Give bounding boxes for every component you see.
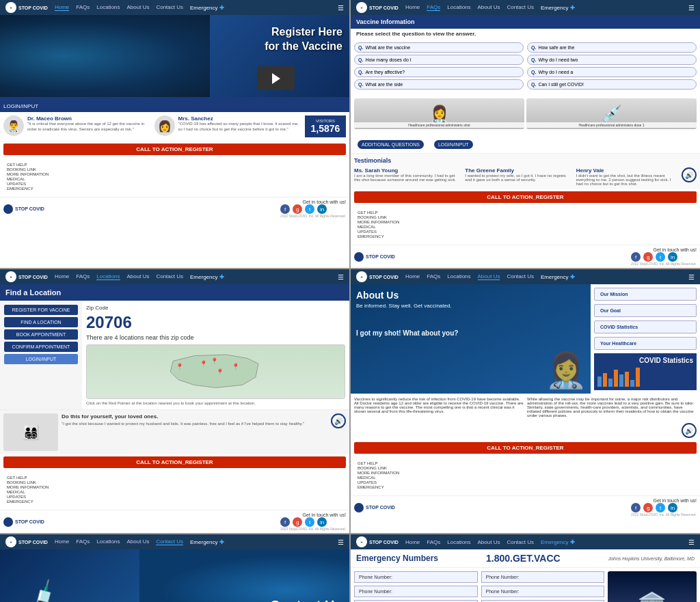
cta-register-2[interactable]: CALL TO ACTION_REGISTER bbox=[354, 191, 697, 203]
nav-about-link5[interactable]: About Us bbox=[127, 538, 150, 545]
hamburger-icon2[interactable]: ☰ bbox=[688, 4, 695, 12]
video-player[interactable] bbox=[257, 66, 295, 90]
fb-icon-3[interactable]: f bbox=[280, 517, 290, 527]
hamburger-icon5[interactable]: ☰ bbox=[338, 538, 344, 546]
nav-faqs-link4[interactable]: FAQs bbox=[427, 273, 440, 280]
hamburger-icon4[interactable]: ☰ bbox=[688, 273, 695, 281]
nav-faqs-link3[interactable]: FAQs bbox=[76, 273, 90, 280]
twitter-icon[interactable]: t bbox=[305, 204, 314, 214]
person-2: 👩 Mrs. Sanchez "COVID-19 has affected so… bbox=[154, 115, 302, 137]
nav-locations-link4[interactable]: Locations bbox=[447, 273, 470, 280]
nav-home-link3[interactable]: Home bbox=[55, 273, 69, 280]
nav-faqs-link5[interactable]: FAQs bbox=[76, 538, 90, 545]
nav-faqs-link[interactable]: FAQs bbox=[76, 4, 90, 11]
nav-home-link2[interactable]: Home bbox=[405, 4, 420, 11]
nav-about-link4[interactable]: About Us bbox=[478, 273, 500, 280]
sound-btn-3[interactable]: 🔊 bbox=[331, 413, 346, 428]
nav-about-link2[interactable]: About Us bbox=[478, 4, 500, 11]
footer-links-2: GET HELPBOOKING LINKMORE INFORMATION MED… bbox=[354, 207, 403, 243]
nav-locations-link3[interactable]: Locations bbox=[96, 273, 120, 280]
cta-register-3[interactable]: CALL TO ACTION_REGISTER bbox=[3, 456, 346, 468]
faq-q5[interactable]: Q. How safe are the bbox=[527, 42, 697, 53]
nav-about-link3[interactable]: About Us bbox=[127, 273, 150, 280]
cta-register-4[interactable]: CALL TO ACTION_REGISTER bbox=[354, 442, 697, 454]
faq-q7[interactable]: Q. Why do I need a bbox=[527, 67, 697, 77]
nav-about-link[interactable]: About Us bbox=[127, 4, 150, 11]
nav-contact-link6[interactable]: Contact Us bbox=[507, 539, 534, 545]
nav-locations-link6[interactable]: Locations bbox=[447, 539, 470, 545]
nav-home-link5[interactable]: Home bbox=[55, 538, 69, 545]
healthcare-btn[interactable]: Your Healthcare bbox=[594, 337, 697, 350]
logo[interactable]: + STOP COVID bbox=[356, 2, 399, 13]
nav-contact-link3[interactable]: Contact Us bbox=[156, 273, 183, 280]
gp-icon-3[interactable]: g bbox=[293, 517, 302, 527]
tw-icon-2[interactable]: t bbox=[656, 252, 665, 262]
phone-1: Phone Number: bbox=[354, 571, 478, 583]
nav-contact-link2[interactable]: Contact Us bbox=[507, 4, 534, 11]
logo[interactable]: + STOP COVID bbox=[5, 2, 48, 13]
book-appointment-btn[interactable]: BOOK APPOINTMENT bbox=[4, 329, 78, 340]
cta-register[interactable]: CALL TO ACTION_REGISTER bbox=[3, 143, 346, 155]
goal-btn[interactable]: Our Goal bbox=[594, 304, 697, 317]
mini-chart bbox=[597, 366, 693, 387]
nav-emergency-link3[interactable]: Emergency ✚ bbox=[190, 273, 224, 280]
tw-icon-4[interactable]: t bbox=[656, 503, 665, 512]
nav-locations-link2[interactable]: Locations bbox=[447, 4, 470, 11]
additional-questions-btn[interactable]: ADDITIONAL QUESTIONS bbox=[358, 140, 424, 149]
li-icon-3[interactable]: in bbox=[317, 517, 327, 527]
do-this-section: 👨‍👩‍👧‍👦 Do this for yourself, your loved… bbox=[0, 409, 349, 454]
tw-icon-3[interactable]: t bbox=[305, 517, 314, 527]
locations-content: REGISTER FOR VACCINE FIND A LOCATION BOO… bbox=[0, 301, 349, 409]
linkedin-icon[interactable]: in bbox=[317, 204, 327, 214]
faq-q3[interactable]: Q. Are they affective? bbox=[354, 67, 524, 77]
hamburger-icon[interactable]: ☰ bbox=[338, 4, 344, 12]
map[interactable]: 📍 📍 📍 📍 📍 bbox=[86, 344, 345, 399]
hamburger-icon3[interactable]: ☰ bbox=[338, 273, 344, 281]
nav-emergency-link4[interactable]: Emergency ✚ bbox=[541, 273, 575, 280]
nav-about-link6[interactable]: About Us bbox=[478, 539, 500, 545]
mission-btn[interactable]: Our Mission bbox=[594, 288, 697, 301]
hero-section: Register Here for the Vaccine bbox=[0, 15, 349, 97]
find-location-btn[interactable]: FIND A LOCATION bbox=[4, 317, 78, 327]
faq-q4[interactable]: Q. What are the side bbox=[354, 79, 524, 90]
phone-6: Phone Number: bbox=[481, 586, 605, 597]
nav-home-link[interactable]: Home bbox=[55, 4, 69, 11]
gp-icon-2[interactable]: g bbox=[643, 252, 653, 262]
faq-q8[interactable]: Q. Can I still get COVID! bbox=[527, 79, 697, 90]
doctor-icon: 👩‍⚕️ bbox=[545, 351, 587, 390]
phone-5: Phone Number: bbox=[481, 571, 605, 583]
nav-faqs-link2[interactable]: FAQs bbox=[427, 4, 440, 11]
confirm-appointment-btn[interactable]: CONFIRM APPOINTMENT bbox=[4, 342, 78, 352]
li-icon-2[interactable]: in bbox=[668, 252, 677, 262]
nav-contact-link[interactable]: Contact Us bbox=[156, 4, 183, 11]
gp-icon-4[interactable]: g bbox=[643, 503, 653, 512]
stats-btn[interactable]: COVID Statistics bbox=[594, 320, 697, 333]
nav-emergency-link5[interactable]: Emergency ✚ bbox=[190, 538, 224, 545]
hamburger-icon6[interactable]: ☰ bbox=[688, 538, 695, 546]
nav-contact-link5[interactable]: Contact Us bbox=[156, 538, 183, 545]
faq-q1[interactable]: Q. What are the vaccine bbox=[354, 42, 524, 53]
nav-faqs-link6[interactable]: FAQs bbox=[427, 539, 440, 545]
nav-emergency-link[interactable]: Emergency ✚ bbox=[190, 4, 224, 11]
nav-home-link4[interactable]: Home bbox=[405, 273, 420, 280]
nav-emergency-link2[interactable]: Emergency ✚ bbox=[541, 4, 575, 11]
nav-contact-link4[interactable]: Contact Us bbox=[507, 273, 534, 280]
sound-btn-4[interactable]: 🔊 bbox=[682, 423, 697, 438]
login-bar[interactable]: LOGIN/INPUT bbox=[0, 97, 349, 112]
facebook-icon[interactable]: f bbox=[280, 204, 290, 214]
li-icon-4[interactable]: in bbox=[668, 503, 677, 512]
nav-locations-link[interactable]: Locations bbox=[96, 4, 120, 11]
sound-btn[interactable]: 🔊 bbox=[682, 167, 697, 182]
faq-q2[interactable]: Q. How many doses do I bbox=[354, 55, 524, 65]
nav-locations-link5[interactable]: Locations bbox=[96, 538, 120, 545]
fb-icon-2[interactable]: f bbox=[631, 252, 641, 262]
nav-emergency-link6[interactable]: Emergency ✚ bbox=[541, 539, 575, 545]
googleplus-icon[interactable]: g bbox=[293, 204, 302, 214]
fb-icon-4[interactable]: f bbox=[631, 503, 641, 512]
nav-home-link6[interactable]: Home bbox=[405, 539, 420, 545]
register-vaccine-btn[interactable]: REGISTER FOR VACCINE bbox=[4, 305, 78, 315]
faq-q6[interactable]: Q. Why do I need two bbox=[527, 55, 697, 65]
login-btn-2[interactable]: LOGIN/INPUT bbox=[434, 140, 473, 149]
locations-map-area: Zip Code 20706 There are 4 locations nea… bbox=[82, 301, 349, 409]
login-btn-3[interactable]: LOGIN/INPUT bbox=[4, 354, 78, 364]
